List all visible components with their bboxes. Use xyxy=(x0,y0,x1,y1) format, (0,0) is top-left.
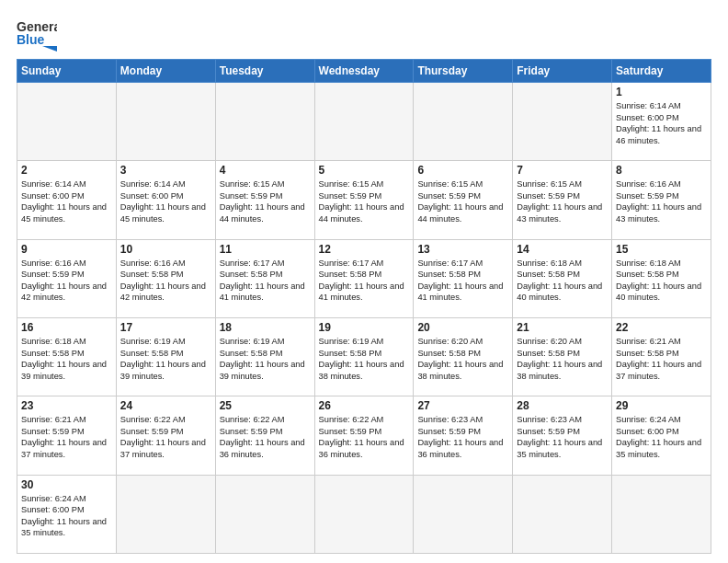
day-number: 3 xyxy=(120,164,211,177)
calendar-cell: 16Sunrise: 6:18 AMSunset: 5:58 PMDayligh… xyxy=(17,317,117,396)
day-number: 7 xyxy=(517,164,608,177)
day-number: 4 xyxy=(220,164,311,177)
calendar-cell: 27Sunrise: 6:23 AMSunset: 5:59 PMDayligh… xyxy=(414,396,513,475)
calendar-cell: 13Sunrise: 6:17 AMSunset: 5:58 PMDayligh… xyxy=(414,239,513,317)
cell-info: Sunrise: 6:17 AMSunset: 5:58 PMDaylight:… xyxy=(417,258,508,304)
cell-info: Sunrise: 6:14 AMSunset: 6:00 PMDaylight:… xyxy=(21,178,112,224)
calendar-cell: 22Sunrise: 6:21 AMSunset: 5:58 PMDayligh… xyxy=(612,317,711,396)
calendar-cell: 15Sunrise: 6:18 AMSunset: 5:58 PMDayligh… xyxy=(612,239,711,317)
cell-info: Sunrise: 6:16 AMSunset: 5:58 PMDaylight:… xyxy=(120,258,211,304)
calendar-cell xyxy=(215,83,314,161)
calendar-week-3: 9Sunrise: 6:16 AMSunset: 5:59 PMDaylight… xyxy=(17,239,711,317)
calendar-cell: 18Sunrise: 6:19 AMSunset: 5:58 PMDayligh… xyxy=(215,317,314,396)
cell-info: Sunrise: 6:18 AMSunset: 5:58 PMDaylight:… xyxy=(21,336,112,382)
calendar-cell: 7Sunrise: 6:15 AMSunset: 5:59 PMDaylight… xyxy=(513,161,612,239)
calendar-week-5: 23Sunrise: 6:21 AMSunset: 5:59 PMDayligh… xyxy=(17,396,711,475)
cell-info: Sunrise: 6:18 AMSunset: 5:58 PMDaylight:… xyxy=(517,258,608,304)
day-number: 8 xyxy=(616,164,707,177)
calendar-cell xyxy=(414,475,513,553)
day-number: 24 xyxy=(120,399,211,412)
cell-info: Sunrise: 6:21 AMSunset: 5:59 PMDaylight:… xyxy=(21,414,112,460)
cell-info: Sunrise: 6:16 AMSunset: 5:59 PMDaylight:… xyxy=(21,258,112,304)
calendar-week-1: 1Sunrise: 6:14 AMSunset: 6:00 PMDaylight… xyxy=(17,83,711,161)
day-number: 2 xyxy=(21,164,112,177)
day-number: 11 xyxy=(220,243,311,256)
calendar-cell: 20Sunrise: 6:20 AMSunset: 5:58 PMDayligh… xyxy=(414,317,513,396)
calendar-week-4: 16Sunrise: 6:18 AMSunset: 5:58 PMDayligh… xyxy=(17,317,711,396)
day-number: 13 xyxy=(417,243,508,256)
logo-area: General Blue xyxy=(17,17,57,52)
day-number: 15 xyxy=(616,243,707,256)
cell-info: Sunrise: 6:16 AMSunset: 5:59 PMDaylight:… xyxy=(616,178,707,224)
day-number: 29 xyxy=(616,399,707,412)
calendar-cell: 4Sunrise: 6:15 AMSunset: 5:59 PMDaylight… xyxy=(215,161,314,239)
cell-info: Sunrise: 6:15 AMSunset: 5:59 PMDaylight:… xyxy=(220,178,311,224)
calendar-cell: 23Sunrise: 6:21 AMSunset: 5:59 PMDayligh… xyxy=(17,396,117,475)
weekday-header-saturday: Saturday xyxy=(612,60,711,83)
calendar-cell xyxy=(215,475,314,553)
day-number: 27 xyxy=(417,399,508,412)
weekday-header-wednesday: Wednesday xyxy=(314,60,414,83)
cell-info: Sunrise: 6:18 AMSunset: 5:58 PMDaylight:… xyxy=(616,258,707,304)
calendar-cell: 3Sunrise: 6:14 AMSunset: 6:00 PMDaylight… xyxy=(116,161,215,239)
cell-info: Sunrise: 6:19 AMSunset: 5:58 PMDaylight:… xyxy=(220,336,311,382)
cell-info: Sunrise: 6:14 AMSunset: 6:00 PMDaylight:… xyxy=(120,178,211,224)
calendar-body: 1Sunrise: 6:14 AMSunset: 6:00 PMDaylight… xyxy=(17,83,711,554)
day-number: 9 xyxy=(21,243,112,256)
day-number: 18 xyxy=(220,321,311,334)
day-number: 16 xyxy=(21,321,112,334)
cell-info: Sunrise: 6:23 AMSunset: 5:59 PMDaylight:… xyxy=(417,414,508,460)
svg-text:Blue: Blue xyxy=(17,32,45,47)
calendar-cell: 24Sunrise: 6:22 AMSunset: 5:59 PMDayligh… xyxy=(116,396,215,475)
calendar-table: SundayMondayTuesdayWednesdayThursdayFrid… xyxy=(17,59,711,554)
calendar-cell xyxy=(116,83,215,161)
calendar-cell xyxy=(612,475,711,553)
day-number: 17 xyxy=(120,321,211,334)
generalblue-logo-icon: General Blue xyxy=(17,17,57,52)
day-number: 1 xyxy=(616,86,707,98)
svg-marker-2 xyxy=(42,46,57,52)
day-number: 23 xyxy=(21,399,112,412)
calendar-week-6: 30Sunrise: 6:24 AMSunset: 6:00 PMDayligh… xyxy=(17,475,711,553)
calendar-cell xyxy=(314,475,414,553)
cell-info: Sunrise: 6:19 AMSunset: 5:58 PMDaylight:… xyxy=(120,336,211,382)
calendar-cell: 14Sunrise: 6:18 AMSunset: 5:58 PMDayligh… xyxy=(513,239,612,317)
day-number: 5 xyxy=(319,164,410,177)
cell-info: Sunrise: 6:24 AMSunset: 6:00 PMDaylight:… xyxy=(21,493,112,539)
weekday-header-row: SundayMondayTuesdayWednesdayThursdayFrid… xyxy=(17,60,711,83)
cell-info: Sunrise: 6:17 AMSunset: 5:58 PMDaylight:… xyxy=(220,258,311,304)
calendar-cell: 29Sunrise: 6:24 AMSunset: 6:00 PMDayligh… xyxy=(612,396,711,475)
cell-info: Sunrise: 6:15 AMSunset: 5:59 PMDaylight:… xyxy=(517,178,608,224)
day-number: 25 xyxy=(220,399,311,412)
day-number: 30 xyxy=(21,478,112,491)
weekday-header-thursday: Thursday xyxy=(414,60,513,83)
day-number: 6 xyxy=(417,164,508,177)
day-number: 26 xyxy=(319,399,410,412)
cell-info: Sunrise: 6:15 AMSunset: 5:59 PMDaylight:… xyxy=(319,178,410,224)
calendar-cell: 11Sunrise: 6:17 AMSunset: 5:58 PMDayligh… xyxy=(215,239,314,317)
cell-info: Sunrise: 6:14 AMSunset: 6:00 PMDaylight:… xyxy=(616,100,707,146)
cell-info: Sunrise: 6:21 AMSunset: 5:58 PMDaylight:… xyxy=(616,336,707,382)
weekday-header-sunday: Sunday xyxy=(17,60,117,83)
calendar-cell: 30Sunrise: 6:24 AMSunset: 6:00 PMDayligh… xyxy=(17,475,117,553)
calendar-cell: 6Sunrise: 6:15 AMSunset: 5:59 PMDaylight… xyxy=(414,161,513,239)
cell-info: Sunrise: 6:20 AMSunset: 5:58 PMDaylight:… xyxy=(417,336,508,382)
calendar-cell: 28Sunrise: 6:23 AMSunset: 5:59 PMDayligh… xyxy=(513,396,612,475)
day-number: 22 xyxy=(616,321,707,334)
day-number: 12 xyxy=(319,243,410,256)
calendar-cell: 10Sunrise: 6:16 AMSunset: 5:58 PMDayligh… xyxy=(116,239,215,317)
cell-info: Sunrise: 6:24 AMSunset: 6:00 PMDaylight:… xyxy=(616,414,707,460)
weekday-header-tuesday: Tuesday xyxy=(215,60,314,83)
calendar-cell: 8Sunrise: 6:16 AMSunset: 5:59 PMDaylight… xyxy=(612,161,711,239)
calendar-cell xyxy=(116,475,215,553)
day-number: 28 xyxy=(517,399,608,412)
calendar-cell: 26Sunrise: 6:22 AMSunset: 5:59 PMDayligh… xyxy=(314,396,414,475)
calendar-cell xyxy=(414,83,513,161)
cell-info: Sunrise: 6:22 AMSunset: 5:59 PMDaylight:… xyxy=(319,414,410,460)
header: General Blue xyxy=(17,17,711,52)
calendar-cell: 21Sunrise: 6:20 AMSunset: 5:58 PMDayligh… xyxy=(513,317,612,396)
day-number: 10 xyxy=(120,243,211,256)
cell-info: Sunrise: 6:15 AMSunset: 5:59 PMDaylight:… xyxy=(417,178,508,224)
calendar-cell: 2Sunrise: 6:14 AMSunset: 6:00 PMDaylight… xyxy=(17,161,117,239)
page: General Blue SundayMondayTuesdayWednesda… xyxy=(0,0,728,563)
